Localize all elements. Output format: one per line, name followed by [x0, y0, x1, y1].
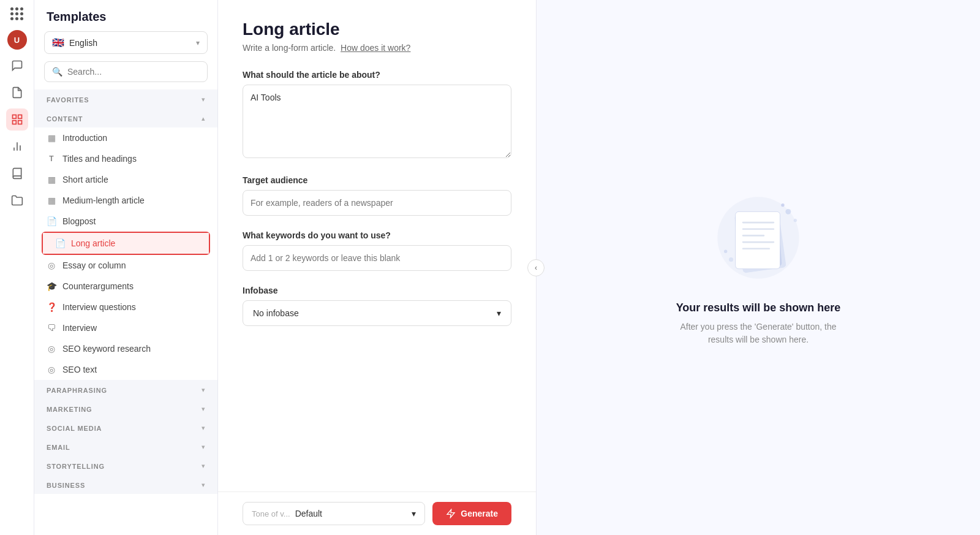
chart-icon[interactable] [6, 135, 28, 157]
interview-questions-icon: ❓ [47, 302, 56, 312]
sidebar-item-seo-keyword-label: SEO keyword research [62, 344, 151, 354]
sidebar-item-blogpost-label: Blogpost [62, 216, 96, 226]
infobase-group: Infobase No infobase ▾ [243, 286, 511, 326]
section-social-media-label: SOCIAL MEDIA [47, 425, 102, 432]
form-footer: Tone of v... Default ▾ Generate [218, 491, 536, 535]
sidebar-item-blogpost[interactable]: 📄 Blogpost [34, 211, 217, 232]
sidebar-item-seo-keyword[interactable]: ◎ SEO keyword research [34, 338, 217, 359]
tone-chevron-icon: ▾ [412, 509, 416, 518]
chevron-content-icon: ▴ [202, 115, 205, 123]
essay-icon: ◎ [47, 260, 56, 270]
sidebar-item-short-article[interactable]: ▦ Short article [34, 169, 217, 190]
language-value: English [69, 38, 191, 48]
sidebar-item-essay-label: Essay or column [62, 260, 126, 270]
chat-icon[interactable] [6, 55, 28, 77]
sidebar-item-introduction[interactable]: ▦ Introduction [34, 127, 217, 148]
section-content[interactable]: CONTENT ▴ [34, 108, 217, 127]
sidebar-item-long-article[interactable]: 📄 Long article [43, 233, 209, 254]
search-icon: 🔍 [52, 67, 62, 77]
chevron-down-icon: ▾ [196, 39, 200, 47]
tone-value: Default [295, 509, 407, 518]
section-marketing[interactable]: MARKETING ▾ [34, 399, 217, 418]
sidebar-item-interview-questions[interactable]: ❓ Interview questions [34, 297, 217, 317]
svg-point-21 [724, 250, 727, 253]
article-about-textarea[interactable]: AI Tools [243, 85, 511, 158]
tone-selector[interactable]: Tone of v... Default ▾ [243, 502, 425, 525]
sidebar-item-counterarguments[interactable]: 🎓 Counterarguments [34, 276, 217, 297]
sidebar-item-titles-headings[interactable]: T Titles and headings [34, 148, 217, 169]
blogpost-icon: 📄 [47, 216, 56, 226]
main-area: Long article Write a long-form article. … [218, 0, 980, 535]
sidebar-item-interview[interactable]: 🗨 Interview [34, 317, 217, 338]
generate-button[interactable]: Generate [432, 502, 511, 525]
chevron-favorites-icon: ▾ [202, 96, 205, 104]
target-audience-group: Target audience [243, 175, 511, 216]
results-illustration [703, 189, 813, 287]
keywords-label: What keywords do you want to use? [243, 230, 511, 240]
tone-label: Tone of v... [252, 509, 290, 518]
form-subtitle: Write a long-form article. How does it w… [243, 43, 511, 53]
section-favorites-label: FAVORITES [47, 96, 89, 104]
generate-label: Generate [461, 509, 498, 518]
chevron-storytelling-icon: ▾ [202, 462, 205, 470]
avatar-icon[interactable]: U [7, 30, 27, 50]
collapse-panel-button[interactable]: ‹ [527, 259, 545, 276]
sidebar-item-titles-label: Titles and headings [62, 154, 137, 164]
icon-bar: U [0, 0, 34, 535]
chevron-social-media-icon: ▾ [202, 424, 205, 432]
section-email[interactable]: EMAIL ▾ [34, 437, 217, 456]
introduction-icon: ▦ [47, 133, 56, 143]
search-box: 🔍 [44, 61, 208, 82]
sidebar-item-medium-article[interactable]: ▦ Medium-length article [34, 190, 217, 211]
target-audience-label: Target audience [243, 175, 511, 185]
section-storytelling-label: STORYTELLING [47, 463, 105, 470]
svg-rect-0 [12, 115, 16, 119]
target-audience-input[interactable] [243, 190, 511, 216]
form-subtitle-text: Write a long-form article. [243, 43, 336, 53]
svg-marker-7 [447, 509, 454, 517]
search-input[interactable] [67, 67, 200, 77]
how-does-it-work-link[interactable]: How does it work? [341, 43, 410, 53]
folder-icon[interactable] [6, 189, 28, 211]
svg-point-20 [729, 257, 733, 262]
library-icon[interactable] [6, 162, 28, 184]
keywords-group: What keywords do you want to use? [243, 230, 511, 271]
illustration-svg [703, 189, 813, 287]
results-subtitle: After you press the 'Generate' button, t… [673, 321, 844, 346]
sidebar-item-interview-label: Interview [62, 323, 97, 333]
sidebar-item-counterarguments-label: Counterarguments [62, 281, 134, 291]
section-paraphrasing[interactable]: PARAPHRASING ▾ [34, 380, 217, 399]
form-scroll: Long article Write a long-form article. … [218, 0, 536, 491]
seo-keyword-icon: ◎ [47, 344, 56, 354]
section-social-media[interactable]: SOCIAL MEDIA ▾ [34, 418, 217, 437]
titles-icon: T [47, 154, 56, 163]
sidebar-title: Templates [34, 0, 217, 31]
sidebar-item-short-article-label: Short article [62, 175, 108, 184]
sidebar-scroll: FAVORITES ▾ CONTENT ▴ ▦ Introduction T T… [34, 89, 217, 535]
medium-article-icon: ▦ [47, 195, 56, 205]
docs-icon[interactable] [6, 82, 28, 104]
section-favorites[interactable]: FAVORITES ▾ [34, 89, 217, 108]
templates-icon[interactable] [6, 108, 28, 131]
keywords-input[interactable] [243, 245, 511, 271]
sidebar-item-seo-text[interactable]: ◎ SEO text [34, 359, 217, 380]
form-title: Long article [243, 20, 511, 39]
infobase-select[interactable]: No infobase ▾ [243, 300, 511, 326]
svg-point-18 [794, 219, 797, 222]
chevron-paraphrasing-icon: ▾ [202, 386, 205, 394]
svg-rect-2 [18, 121, 21, 124]
results-title: Your results will be shown here [676, 302, 841, 314]
section-business[interactable]: BUSINESS ▾ [34, 475, 217, 494]
section-storytelling[interactable]: STORYTELLING ▾ [34, 456, 217, 475]
section-paraphrasing-label: PARAPHRASING [47, 387, 107, 394]
svg-point-19 [781, 203, 784, 207]
active-item-box: 📄 Long article [42, 232, 210, 255]
sidebar-item-essay[interactable]: ◎ Essay or column [34, 255, 217, 276]
svg-rect-3 [12, 121, 16, 124]
sidebar-item-medium-article-label: Medium-length article [62, 195, 145, 205]
short-article-icon: ▦ [47, 175, 56, 184]
interview-icon: 🗨 [47, 323, 56, 333]
chevron-email-icon: ▾ [202, 443, 205, 451]
language-selector[interactable]: 🇬🇧 English ▾ [44, 31, 208, 54]
article-about-label: What should the article be about? [243, 70, 511, 80]
